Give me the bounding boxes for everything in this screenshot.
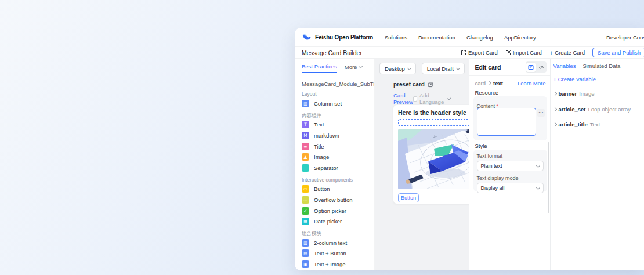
section-title-content-components: 内容组件 — [302, 113, 367, 118]
add-language-toggle[interactable]: Add Language — [413, 92, 450, 105]
icon-glyph: ▥ — [303, 240, 307, 245]
edit-panel-title: Edit card — [475, 64, 501, 71]
tab-more[interactable]: More — [345, 63, 363, 70]
create-card-label: Create Card — [555, 49, 585, 56]
expand-chevron-icon[interactable] — [552, 92, 556, 96]
desktop-background: { "colors": { "accent": "#3370ff", "canv… — [0, 0, 644, 275]
icon-glyph: ▥ — [303, 101, 307, 106]
sidebar-item-label: Text + Button — [314, 250, 346, 256]
code-view-icon — [538, 64, 544, 70]
code-view-toggle[interactable] — [537, 63, 546, 72]
rename-pencil-icon[interactable] — [428, 82, 433, 88]
expand-chevron-icon[interactable] — [552, 122, 556, 126]
toolbar-actions: Export Card Import Card + Create Card Sa… — [461, 47, 644, 58]
learn-more-link[interactable]: Learn More — [518, 80, 546, 86]
text-format-select[interactable]: Plain text — [477, 161, 544, 171]
card-name-row: preset card — [393, 81, 433, 88]
nav-link-appdirectory[interactable]: AppDirectory — [504, 34, 536, 41]
import-card-button[interactable]: Import Card — [505, 49, 542, 56]
nav-link-solutions[interactable]: Solutions — [385, 34, 407, 41]
brand-title: Feishu Open Platform — [315, 34, 373, 41]
chevron-down-icon — [456, 66, 460, 70]
sidebar-item-button[interactable]: ▭ Button — [302, 184, 367, 195]
sidebar-item-label: Separator — [314, 165, 338, 171]
preview-canvas: Desktop Local Draft Send Me Preview pres… — [375, 59, 469, 270]
sidebar-item-date-picker[interactable]: ▦ Date picker — [302, 216, 367, 227]
variable-type: Loop object array — [588, 106, 631, 113]
edit-panel-header: Edit card — [469, 59, 550, 76]
sidebar-item-text-plus-image[interactable]: ▣ Text + Image — [302, 259, 367, 270]
sidebar-item-title[interactable]: ≡ Title — [302, 141, 367, 152]
breadcrumb-card[interactable]: card — [475, 80, 486, 86]
column-set-icon: ▥ — [302, 100, 309, 107]
variable-type: Image — [579, 91, 594, 97]
sidebar-item-image[interactable]: ▲ Image — [302, 151, 367, 162]
sidebar-item-2-column-text[interactable]: ▥ 2-column text — [302, 237, 367, 248]
variable-name: article_set — [559, 106, 586, 113]
content-more-button[interactable]: ⋯ — [537, 109, 545, 117]
expand-chevron-icon[interactable] — [552, 107, 556, 111]
variable-name: banner — [559, 91, 577, 97]
breadcrumb: card text — [475, 80, 503, 86]
icon-glyph: ⋯ — [303, 197, 308, 202]
variable-row-article-title[interactable]: article_title Text — [553, 121, 600, 128]
export-card-button[interactable]: Export Card — [461, 49, 498, 56]
tab-best-practices[interactable]: Best Practices — [302, 63, 337, 73]
nav-link-developer-console[interactable]: Developer Console — [606, 28, 644, 46]
icon-glyph: ▲ — [304, 154, 307, 160]
display-mode-value: Display all — [481, 185, 505, 191]
app-window: Feishu Open Platform Solutions Documenta… — [295, 28, 644, 270]
sidebar-item-label: markdown — [314, 132, 339, 139]
chevron-down-icon — [447, 96, 451, 100]
create-card-button[interactable]: + Create Card — [549, 49, 585, 56]
editor-mode-toggle — [526, 61, 547, 73]
image-icon: ▲ — [302, 153, 309, 161]
sidebar-tabs: Best Practices More — [302, 63, 367, 74]
feishu-logo-icon — [302, 32, 312, 42]
icon-glyph: ▤ — [303, 251, 307, 256]
export-icon — [461, 50, 466, 56]
device-select[interactable]: Desktop — [379, 63, 416, 74]
variable-name: article_title — [559, 121, 588, 128]
display-mode-select[interactable]: Display all — [477, 183, 544, 193]
sidebar-item-partial[interactable] — [302, 270, 367, 270]
sidebar-item-separator[interactable]: ┄ Separator — [302, 162, 367, 173]
sidebar-item-label: Option picker — [314, 208, 346, 214]
top-navbar: Feishu Open Platform Solutions Documenta… — [295, 28, 644, 47]
import-card-label: Import Card — [513, 49, 542, 56]
nav-links: Solutions Documentation Changelog AppDir… — [385, 34, 536, 41]
edit-panel: Edit card card text Learn More Resource — [469, 59, 550, 270]
sidebar-item-text-plus-button[interactable]: ▤ Text + Button — [302, 248, 367, 259]
sidebar-item-option-picker[interactable]: ✓ Option picker — [302, 205, 367, 216]
sidebar-item-label: Column set — [314, 100, 342, 107]
add-language-checkbox[interactable] — [413, 96, 417, 102]
sidebar-item-label: Overflow button — [314, 197, 353, 203]
section-title-interactive: Interactive components — [302, 177, 367, 183]
sidebar-item-label: 2-column text — [314, 240, 347, 246]
variable-row-article-set[interactable]: article_set Loop object array — [553, 106, 631, 113]
sidebar-item-text[interactable]: T Text — [302, 120, 367, 131]
form-view-toggle[interactable] — [526, 63, 536, 72]
sidebar-item-label: Text + Image — [314, 261, 346, 267]
card-action-button[interactable]: Button — [398, 193, 419, 202]
text-plus-image-icon: ▣ — [302, 260, 309, 268]
chevron-right-icon — [487, 81, 491, 85]
tab-simulated-data[interactable]: Simulated Data — [583, 63, 620, 69]
separator-icon: ┄ — [302, 164, 309, 172]
version-select[interactable]: Local Draft — [422, 63, 465, 74]
sidebar-item-column-set[interactable]: ▥ Column set — [302, 98, 367, 109]
nav-link-changelog[interactable]: Changelog — [466, 34, 493, 41]
title-icon: ≡ — [302, 143, 309, 150]
tab-variables[interactable]: Variables — [553, 63, 576, 69]
icon-glyph: M — [303, 133, 307, 138]
sidebar-item-markdown[interactable]: M markdown — [302, 130, 367, 141]
create-variable-button[interactable]: + Create Variable — [553, 76, 596, 82]
content-textarea[interactable] — [477, 108, 536, 136]
save-and-publish-button[interactable]: Save and Publish — [592, 48, 644, 57]
nav-link-documentation[interactable]: Documentation — [418, 34, 455, 41]
edit-panel-scrollbar[interactable] — [548, 142, 549, 213]
sidebar-item-overflow-button[interactable]: ⋯ Overflow button — [302, 194, 367, 205]
page-title: Message Card Builder — [302, 49, 362, 56]
chevron-down-icon — [407, 66, 411, 70]
variable-row-banner[interactable]: banner Image — [553, 91, 595, 97]
